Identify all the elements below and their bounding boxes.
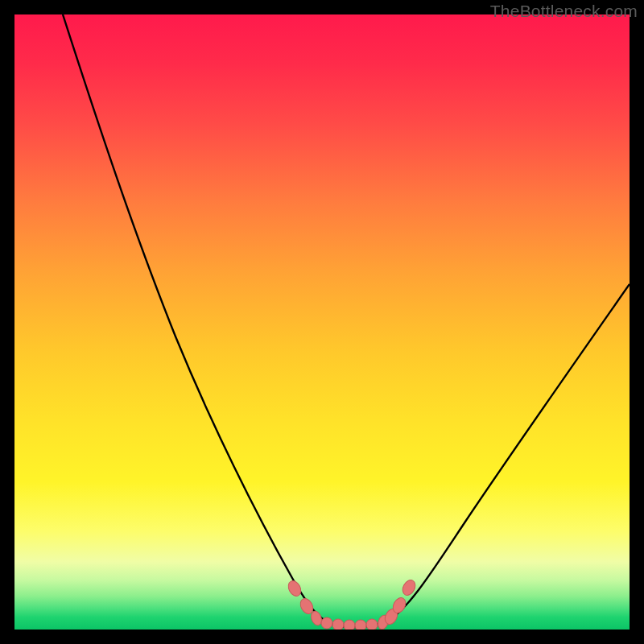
watermark-text: TheBottleneck.com bbox=[490, 2, 638, 21]
bottleneck-curve bbox=[63, 14, 630, 627]
marker-dot bbox=[366, 619, 378, 630]
chart-frame bbox=[14, 14, 630, 630]
marker-dot bbox=[332, 619, 344, 630]
marker-dot bbox=[355, 620, 366, 630]
chart-svg bbox=[14, 14, 630, 630]
marker-dot bbox=[344, 620, 355, 630]
marker-dot bbox=[286, 579, 303, 598]
marker-dot bbox=[321, 617, 332, 629]
marker-group bbox=[286, 578, 418, 630]
